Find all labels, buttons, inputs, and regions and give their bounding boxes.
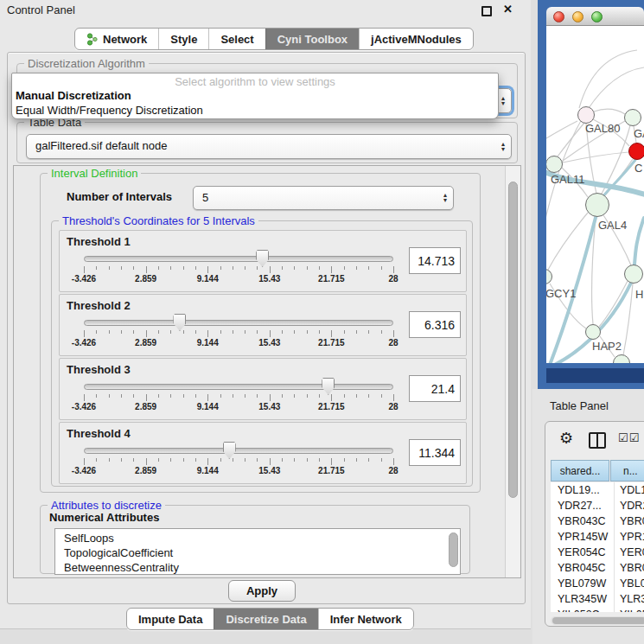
tab-cyni-toolbox[interactable]: Cyni Toolbox	[265, 29, 359, 49]
tick-mark	[146, 266, 147, 273]
tab-select[interactable]: Select	[208, 29, 265, 49]
table-row[interactable]: YBL079WYBL079W	[551, 576, 644, 591]
panel-title: Control Panel	[7, 3, 75, 16]
table-row[interactable]: YBR045CYBR045C	[551, 560, 644, 576]
spinner-icon: ▴ ▾	[443, 193, 447, 203]
tick-mark	[368, 394, 369, 398]
list-scrollbar-thumb[interactable]	[449, 532, 458, 567]
table-row[interactable]: YPR145WYPR145W	[551, 529, 644, 545]
dropdown-option-manual[interactable]: Manual Discretization	[16, 89, 131, 102]
columns-icon[interactable]	[589, 432, 606, 449]
list-item[interactable]: BetweennessCentrality	[64, 560, 179, 575]
threshold-value-field[interactable]: 11.344	[409, 439, 461, 466]
horizontal-scrollbar-track[interactable]	[551, 616, 644, 625]
cell-shared-name: YBR045C	[558, 560, 606, 576]
table-row[interactable]: YBR043CYBR043C	[551, 513, 644, 529]
table-row[interactable]: YER054CYER054C	[551, 545, 644, 560]
interval-definition-group: Interval Definition Number of Intervals …	[40, 173, 481, 493]
tick-mark	[282, 330, 283, 334]
tick-mark	[220, 330, 221, 334]
gear-icon[interactable]: ⚙	[559, 429, 573, 447]
desktop-background: GAL80GACGAL11GAL4GCY1HHAP2	[538, 0, 644, 389]
node-GA[interactable]	[624, 109, 641, 126]
slider-thumb[interactable]	[223, 442, 236, 459]
tick-mark	[133, 394, 134, 398]
tick-mark	[245, 266, 245, 270]
node-GAL11[interactable]	[546, 156, 563, 173]
tick-mark	[282, 266, 283, 270]
tick-mark	[109, 394, 110, 398]
table-row[interactable]: YDL19...YDL19...	[551, 482, 644, 498]
threshold-value-field[interactable]: 21.4	[409, 375, 461, 402]
threshold-value-field[interactable]: 14.713	[409, 247, 461, 274]
tick-mark	[307, 458, 308, 462]
column-header-shared[interactable]: shared...	[551, 460, 609, 481]
tick-mark	[270, 458, 271, 465]
node-HAP2[interactable]	[585, 324, 601, 340]
mac-minimize-icon[interactable]	[572, 11, 583, 22]
tick-mark	[307, 394, 308, 398]
tick-mark	[282, 394, 283, 398]
tick-mark	[96, 458, 97, 462]
threshold-panel-1: Threshold 1-3.4262.8599.14415.4321.71528…	[59, 230, 467, 292]
table-data-combobox[interactable]: galFiltered.sif default node ▴ ▾	[26, 134, 512, 159]
slider-track[interactable]	[84, 320, 393, 326]
node-label: H	[635, 288, 643, 301]
tick-mark	[170, 394, 171, 398]
tick-label: 2.859	[127, 402, 165, 411]
slider-track[interactable]	[84, 384, 393, 390]
horizontal-scrollbar-thumb[interactable]	[552, 617, 644, 624]
apply-button[interactable]: Apply	[228, 580, 296, 602]
bottom-tab-impute-data[interactable]: Impute Data	[127, 609, 214, 629]
tick-mark	[356, 458, 357, 462]
node-GAL80[interactable]	[577, 106, 595, 124]
mac-zoom-icon[interactable]	[591, 11, 603, 22]
settings-scroll-region: Interval Definition Number of Intervals …	[13, 165, 521, 578]
list-item[interactable]: SelfLoops	[64, 531, 114, 545]
tab-jactivemnodules[interactable]: jActiveMNodules	[359, 29, 473, 49]
threshold-value-field[interactable]: 6.316	[409, 311, 461, 338]
attributes-listbox[interactable]: SelfLoopsTopologicalCoefficientBetweenne…	[54, 528, 461, 575]
network-window-titlebar[interactable]	[546, 7, 644, 26]
slider-thumb[interactable]	[256, 250, 269, 267]
table-row[interactable]: YLR345WYLR345W	[551, 591, 644, 607]
vertical-scrollbar-thumb[interactable]	[508, 182, 518, 498]
mac-close-icon[interactable]	[553, 11, 564, 22]
slider-thumb[interactable]	[322, 378, 335, 395]
close-icon[interactable]: ✕	[503, 3, 513, 16]
float-window-icon[interactable]	[481, 6, 492, 16]
tick-mark	[307, 330, 308, 334]
checkbox-icons[interactable]: ☑☑	[618, 431, 640, 444]
tick-mark	[319, 458, 320, 462]
tick-mark	[294, 330, 295, 334]
node-H[interactable]	[624, 265, 643, 284]
table-row[interactable]: YDR27...YDR27...	[551, 498, 644, 513]
column-header-name[interactable]: n...	[610, 460, 644, 481]
tab-content: Discretization Algorithm ▴ ▾ Table Data …	[7, 52, 526, 604]
number-of-intervals-combobox[interactable]: 5 ▴ ▾	[193, 186, 454, 210]
table-row[interactable]: YIL052CYIL052C	[551, 607, 644, 612]
slider-thumb[interactable]	[173, 314, 186, 331]
tab-network[interactable]: Network	[75, 29, 158, 49]
node-GAL4[interactable]	[585, 193, 609, 217]
cell-name: YPR145W	[620, 529, 644, 545]
slider-track[interactable]	[84, 256, 393, 262]
tick-mark	[146, 330, 147, 337]
network-canvas[interactable]: GAL80GACGAL11GAL4GCY1HHAP2	[546, 26, 644, 363]
list-item[interactable]: TopologicalCoefficient	[64, 545, 173, 560]
tick-mark	[233, 394, 233, 398]
tick-mark	[207, 266, 208, 273]
bottom-tab-discretize-data[interactable]: Discretize Data	[214, 609, 317, 629]
slider-track[interactable]	[84, 448, 393, 454]
cell-name: YDR27...	[620, 498, 644, 513]
tab-style[interactable]: Style	[158, 29, 208, 49]
tab-label: Cyni Toolbox	[277, 33, 348, 46]
tick-mark	[344, 266, 345, 270]
threshold-label: Threshold 3	[67, 363, 131, 376]
node-C[interactable]	[628, 143, 644, 160]
tick-mark	[96, 394, 97, 398]
vertical-scrollbar-track[interactable]	[505, 166, 520, 577]
tick-mark	[307, 266, 308, 270]
dropdown-option-equal-width[interactable]: Equal Width/Frequency Discretization	[16, 104, 203, 117]
bottom-tab-infer-network[interactable]: Infer Network	[318, 609, 413, 629]
